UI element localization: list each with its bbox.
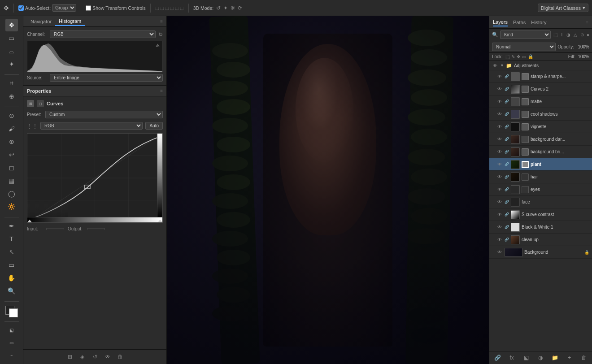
- crop-tool-icon[interactable]: ⌗: [5, 77, 18, 90]
- folder-arrow[interactable]: ▼: [500, 63, 504, 68]
- eraser-icon[interactable]: ◻: [5, 161, 18, 174]
- layer-eye-5[interactable]: 👁: [496, 136, 503, 143]
- zoom-tool-icon[interactable]: 🔍: [5, 285, 18, 297]
- histogram-panel-close[interactable]: ≡: [160, 19, 163, 24]
- layer-row-background[interactable]: 👁 Background 🔒: [489, 246, 592, 259]
- magic-wand-icon[interactable]: ✦: [5, 58, 18, 70]
- layer-row[interactable]: 👁 🔗 background dar...: [489, 133, 592, 146]
- background-swatch[interactable]: [9, 308, 18, 317]
- layer-row[interactable]: 👁 🔗 background bri...: [489, 146, 592, 158]
- black-point-triangle[interactable]: [27, 220, 32, 222]
- layer-eye-2[interactable]: 👁: [496, 99, 503, 105]
- gradient-icon[interactable]: ▦: [5, 174, 18, 187]
- curves-graph[interactable]: [27, 133, 163, 223]
- layer-eye-7[interactable]: 👁: [496, 161, 503, 168]
- hand-tool-icon[interactable]: ✋: [5, 272, 18, 284]
- source-select[interactable]: Entire Image: [50, 74, 163, 82]
- tab-navigator[interactable]: Navigator: [27, 17, 55, 26]
- group-eye-icon[interactable]: 👁: [492, 62, 498, 69]
- layer-row[interactable]: 👁 🔗 hair: [489, 171, 592, 183]
- heal-tool-icon[interactable]: ⊙: [5, 109, 18, 122]
- props-btn-layer[interactable]: ⊞: [65, 352, 74, 361]
- refresh-button[interactable]: ↻: [158, 31, 163, 38]
- eyedropper-icon[interactable]: ⊕: [5, 90, 18, 103]
- tab-layers[interactable]: Layers: [493, 18, 508, 26]
- lock-position-icon[interactable]: ✥: [517, 54, 520, 59]
- move-tool-icon[interactable]: ✥: [5, 19, 18, 31]
- filter-adjust-icon[interactable]: ◑: [566, 32, 571, 38]
- tab-histogram[interactable]: Histogram: [55, 17, 85, 26]
- selection-tool-icon[interactable]: ▭: [5, 32, 18, 44]
- layer-row[interactable]: 👁 🔗 stamp & sharpe...: [489, 70, 592, 83]
- link-layers-btn[interactable]: 🔗: [493, 353, 502, 362]
- adjustments-group-header[interactable]: 👁 ▼ 📁 Adjustments: [489, 61, 592, 70]
- brush-tool-icon[interactable]: 🖌: [5, 122, 18, 135]
- layer-row[interactable]: 👁 🔗 Curves 2: [489, 83, 592, 95]
- auto-select-dropdown[interactable]: Group: [52, 4, 76, 12]
- layer-eye-0[interactable]: 👁: [496, 74, 503, 80]
- layer-eye-11[interactable]: 👁: [496, 212, 503, 218]
- workspace-selector[interactable]: Digital Art Classes ▾: [538, 4, 588, 12]
- layer-row[interactable]: 👁 🔗 Black & White 1: [489, 221, 592, 234]
- add-adjustment-btn[interactable]: ◑: [536, 353, 545, 362]
- layer-row[interactable]: 👁 🔗 cool shadows: [489, 108, 592, 121]
- layer-row-plant[interactable]: 👁 🔗 plant: [489, 158, 592, 171]
- filter-type-icon[interactable]: T: [560, 32, 564, 38]
- path-select-icon[interactable]: ↖: [5, 246, 18, 258]
- layer-row[interactable]: 👁 🔗 vignette: [489, 121, 592, 133]
- lock-pixels-icon[interactable]: ✎: [511, 54, 515, 59]
- layer-eye-14[interactable]: 👁: [496, 249, 503, 256]
- tab-paths[interactable]: Paths: [513, 19, 526, 26]
- dodge-icon[interactable]: 🔆: [5, 200, 18, 213]
- props-btn-delete[interactable]: 🗑: [116, 352, 125, 361]
- auto-select-checkbox[interactable]: Auto-Select: Group: [18, 4, 76, 12]
- layer-eye-12[interactable]: 👁: [496, 224, 503, 230]
- layer-eye-6[interactable]: 👁: [496, 149, 503, 155]
- lock-artboard-icon[interactable]: ▭: [522, 54, 526, 59]
- layer-eye-13[interactable]: 👁: [496, 237, 503, 243]
- channel-select[interactable]: RGB: [50, 30, 156, 38]
- lasso-tool-icon[interactable]: ⌓: [5, 45, 18, 57]
- props-btn-channels[interactable]: ◈: [78, 352, 87, 361]
- blur-icon[interactable]: ◯: [5, 187, 18, 200]
- layer-eye-3[interactable]: 👁: [496, 111, 503, 117]
- layer-row[interactable]: 👁 🔗 matte: [489, 95, 592, 108]
- screen-mode-icon[interactable]: ▭: [5, 337, 18, 348]
- pen-tool-icon[interactable]: ✒: [5, 220, 18, 232]
- channel-dropdown[interactable]: RGB: [40, 122, 143, 130]
- lock-transparent-icon[interactable]: ⬚: [505, 54, 509, 59]
- layers-panel-close[interactable]: ≡: [586, 20, 588, 25]
- layer-row[interactable]: 👁 🔗 face: [489, 196, 592, 208]
- filter-pixel-icon[interactable]: ⬚: [553, 32, 558, 38]
- filter-toggle[interactable]: ●: [587, 32, 589, 37]
- history-brush-icon[interactable]: ↩: [5, 148, 18, 161]
- quick-mask-icon[interactable]: ⬕: [5, 324, 18, 336]
- preset-select[interactable]: Custom: [45, 111, 163, 118]
- props-btn-reset[interactable]: ↺: [91, 352, 100, 361]
- text-tool-icon[interactable]: T: [5, 233, 18, 245]
- layer-eye-10[interactable]: 👁: [496, 199, 503, 205]
- filter-smart-icon[interactable]: ⊙: [579, 32, 585, 38]
- move-tool[interactable]: ✥: [4, 4, 9, 12]
- extra-tools-icon[interactable]: ···: [5, 350, 18, 361]
- transform-controls[interactable]: Show Transform Controls: [86, 5, 145, 11]
- layer-eye-4[interactable]: 👁: [496, 124, 503, 130]
- layer-row[interactable]: 👁 🔗 clean up: [489, 234, 592, 246]
- kind-select[interactable]: Kind: [500, 30, 551, 39]
- add-group-btn[interactable]: 📁: [551, 353, 560, 362]
- layer-eye-8[interactable]: 👁: [496, 174, 503, 180]
- blend-mode-select[interactable]: Normal: [492, 43, 556, 51]
- layer-eye-1[interactable]: 👁: [496, 86, 503, 92]
- stamp-tool-icon[interactable]: ⊕: [5, 135, 18, 148]
- auto-button[interactable]: Auto: [145, 122, 163, 130]
- props-btn-visibility[interactable]: 👁: [103, 352, 112, 361]
- shape-tool-icon[interactable]: ▭: [5, 259, 18, 271]
- color-swatches[interactable]: [5, 306, 18, 317]
- add-style-btn[interactable]: fx: [507, 353, 516, 362]
- add-mask-btn[interactable]: ⬕: [522, 353, 531, 362]
- tab-history[interactable]: History: [531, 19, 546, 26]
- properties-panel-close[interactable]: ≡: [160, 88, 163, 93]
- layer-row[interactable]: 👁 🔗 eyes: [489, 183, 592, 196]
- add-layer-btn[interactable]: +: [565, 353, 574, 362]
- white-point-triangle[interactable]: [158, 220, 162, 222]
